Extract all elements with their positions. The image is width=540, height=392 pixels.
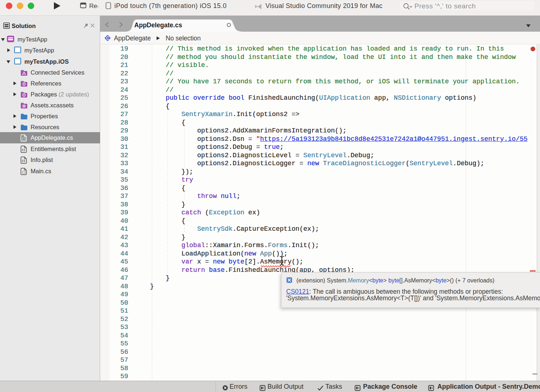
svg-text:{}: {} — [22, 137, 26, 141]
svg-text:C: C — [106, 36, 110, 41]
svg-text:{}: {} — [22, 170, 26, 174]
